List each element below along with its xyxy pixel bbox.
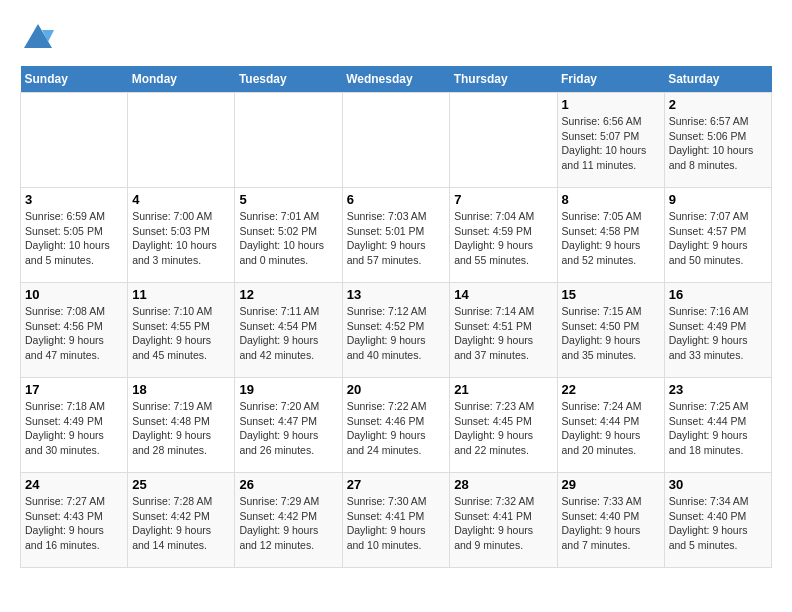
day-number: 30 [669,477,767,492]
weekday-header-tuesday: Tuesday [235,66,342,93]
day-info: Sunrise: 7:01 AM Sunset: 5:02 PM Dayligh… [239,209,337,268]
weekday-header-thursday: Thursday [450,66,557,93]
day-info: Sunrise: 7:19 AM Sunset: 4:48 PM Dayligh… [132,399,230,458]
calendar-week-row: 24Sunrise: 7:27 AM Sunset: 4:43 PM Dayli… [21,473,772,568]
day-number: 28 [454,477,552,492]
weekday-header-saturday: Saturday [664,66,771,93]
day-number: 20 [347,382,446,397]
day-number: 5 [239,192,337,207]
day-info: Sunrise: 6:59 AM Sunset: 5:05 PM Dayligh… [25,209,123,268]
day-info: Sunrise: 7:04 AM Sunset: 4:59 PM Dayligh… [454,209,552,268]
day-number: 8 [562,192,660,207]
day-number: 22 [562,382,660,397]
calendar-cell: 8Sunrise: 7:05 AM Sunset: 4:58 PM Daylig… [557,188,664,283]
calendar-week-row: 1Sunrise: 6:56 AM Sunset: 5:07 PM Daylig… [21,93,772,188]
calendar-cell: 1Sunrise: 6:56 AM Sunset: 5:07 PM Daylig… [557,93,664,188]
day-info: Sunrise: 7:11 AM Sunset: 4:54 PM Dayligh… [239,304,337,363]
day-info: Sunrise: 7:22 AM Sunset: 4:46 PM Dayligh… [347,399,446,458]
calendar-cell [342,93,450,188]
calendar-cell: 3Sunrise: 6:59 AM Sunset: 5:05 PM Daylig… [21,188,128,283]
day-number: 1 [562,97,660,112]
day-info: Sunrise: 7:25 AM Sunset: 4:44 PM Dayligh… [669,399,767,458]
day-number: 26 [239,477,337,492]
day-info: Sunrise: 7:08 AM Sunset: 4:56 PM Dayligh… [25,304,123,363]
day-info: Sunrise: 6:57 AM Sunset: 5:06 PM Dayligh… [669,114,767,173]
day-info: Sunrise: 7:15 AM Sunset: 4:50 PM Dayligh… [562,304,660,363]
calendar-cell: 6Sunrise: 7:03 AM Sunset: 5:01 PM Daylig… [342,188,450,283]
calendar-cell: 2Sunrise: 6:57 AM Sunset: 5:06 PM Daylig… [664,93,771,188]
day-number: 27 [347,477,446,492]
day-number: 13 [347,287,446,302]
day-number: 16 [669,287,767,302]
calendar-cell: 24Sunrise: 7:27 AM Sunset: 4:43 PM Dayli… [21,473,128,568]
logo-icon [20,20,56,56]
calendar-cell: 22Sunrise: 7:24 AM Sunset: 4:44 PM Dayli… [557,378,664,473]
calendar-cell: 29Sunrise: 7:33 AM Sunset: 4:40 PM Dayli… [557,473,664,568]
calendar-cell: 25Sunrise: 7:28 AM Sunset: 4:42 PM Dayli… [128,473,235,568]
calendar-cell: 18Sunrise: 7:19 AM Sunset: 4:48 PM Dayli… [128,378,235,473]
day-number: 2 [669,97,767,112]
day-number: 23 [669,382,767,397]
day-info: Sunrise: 7:23 AM Sunset: 4:45 PM Dayligh… [454,399,552,458]
day-number: 21 [454,382,552,397]
day-info: Sunrise: 7:30 AM Sunset: 4:41 PM Dayligh… [347,494,446,553]
day-number: 3 [25,192,123,207]
day-info: Sunrise: 7:16 AM Sunset: 4:49 PM Dayligh… [669,304,767,363]
day-info: Sunrise: 7:03 AM Sunset: 5:01 PM Dayligh… [347,209,446,268]
weekday-header-wednesday: Wednesday [342,66,450,93]
day-info: Sunrise: 7:10 AM Sunset: 4:55 PM Dayligh… [132,304,230,363]
calendar-cell: 13Sunrise: 7:12 AM Sunset: 4:52 PM Dayli… [342,283,450,378]
calendar-cell: 5Sunrise: 7:01 AM Sunset: 5:02 PM Daylig… [235,188,342,283]
calendar-cell: 12Sunrise: 7:11 AM Sunset: 4:54 PM Dayli… [235,283,342,378]
day-number: 25 [132,477,230,492]
calendar-cell: 19Sunrise: 7:20 AM Sunset: 4:47 PM Dayli… [235,378,342,473]
day-info: Sunrise: 7:29 AM Sunset: 4:42 PM Dayligh… [239,494,337,553]
day-info: Sunrise: 7:34 AM Sunset: 4:40 PM Dayligh… [669,494,767,553]
calendar-week-row: 3Sunrise: 6:59 AM Sunset: 5:05 PM Daylig… [21,188,772,283]
day-number: 19 [239,382,337,397]
calendar-cell: 23Sunrise: 7:25 AM Sunset: 4:44 PM Dayli… [664,378,771,473]
day-info: Sunrise: 7:27 AM Sunset: 4:43 PM Dayligh… [25,494,123,553]
calendar-table: SundayMondayTuesdayWednesdayThursdayFrid… [20,66,772,568]
day-info: Sunrise: 7:18 AM Sunset: 4:49 PM Dayligh… [25,399,123,458]
calendar-cell [128,93,235,188]
calendar-cell: 20Sunrise: 7:22 AM Sunset: 4:46 PM Dayli… [342,378,450,473]
weekday-header-friday: Friday [557,66,664,93]
calendar-cell: 17Sunrise: 7:18 AM Sunset: 4:49 PM Dayli… [21,378,128,473]
day-info: Sunrise: 7:07 AM Sunset: 4:57 PM Dayligh… [669,209,767,268]
calendar-cell: 15Sunrise: 7:15 AM Sunset: 4:50 PM Dayli… [557,283,664,378]
day-number: 9 [669,192,767,207]
day-number: 6 [347,192,446,207]
calendar-cell: 26Sunrise: 7:29 AM Sunset: 4:42 PM Dayli… [235,473,342,568]
calendar-cell: 9Sunrise: 7:07 AM Sunset: 4:57 PM Daylig… [664,188,771,283]
calendar-cell: 28Sunrise: 7:32 AM Sunset: 4:41 PM Dayli… [450,473,557,568]
day-number: 18 [132,382,230,397]
day-number: 14 [454,287,552,302]
day-info: Sunrise: 7:32 AM Sunset: 4:41 PM Dayligh… [454,494,552,553]
day-info: Sunrise: 7:24 AM Sunset: 4:44 PM Dayligh… [562,399,660,458]
calendar-cell: 27Sunrise: 7:30 AM Sunset: 4:41 PM Dayli… [342,473,450,568]
calendar-cell: 30Sunrise: 7:34 AM Sunset: 4:40 PM Dayli… [664,473,771,568]
calendar-week-row: 10Sunrise: 7:08 AM Sunset: 4:56 PM Dayli… [21,283,772,378]
day-number: 10 [25,287,123,302]
weekday-header-sunday: Sunday [21,66,128,93]
day-info: Sunrise: 7:00 AM Sunset: 5:03 PM Dayligh… [132,209,230,268]
day-number: 11 [132,287,230,302]
day-number: 24 [25,477,123,492]
calendar-cell [21,93,128,188]
day-number: 12 [239,287,337,302]
day-number: 4 [132,192,230,207]
calendar-cell: 21Sunrise: 7:23 AM Sunset: 4:45 PM Dayli… [450,378,557,473]
calendar-week-row: 17Sunrise: 7:18 AM Sunset: 4:49 PM Dayli… [21,378,772,473]
calendar-cell: 7Sunrise: 7:04 AM Sunset: 4:59 PM Daylig… [450,188,557,283]
calendar-cell: 10Sunrise: 7:08 AM Sunset: 4:56 PM Dayli… [21,283,128,378]
weekday-header-row: SundayMondayTuesdayWednesdayThursdayFrid… [21,66,772,93]
calendar-cell: 11Sunrise: 7:10 AM Sunset: 4:55 PM Dayli… [128,283,235,378]
calendar-cell [235,93,342,188]
day-number: 17 [25,382,123,397]
calendar-cell: 16Sunrise: 7:16 AM Sunset: 4:49 PM Dayli… [664,283,771,378]
calendar-cell: 4Sunrise: 7:00 AM Sunset: 5:03 PM Daylig… [128,188,235,283]
day-info: Sunrise: 7:20 AM Sunset: 4:47 PM Dayligh… [239,399,337,458]
day-info: Sunrise: 7:28 AM Sunset: 4:42 PM Dayligh… [132,494,230,553]
calendar-cell: 14Sunrise: 7:14 AM Sunset: 4:51 PM Dayli… [450,283,557,378]
